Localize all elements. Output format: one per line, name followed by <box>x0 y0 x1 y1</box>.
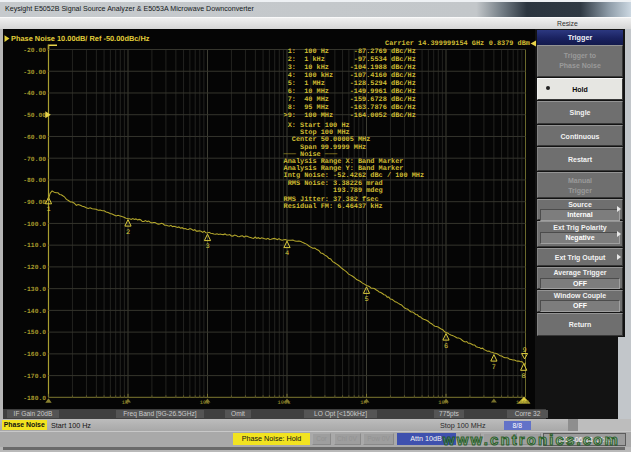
svg-text:7: 7 <box>492 364 496 372</box>
svg-text:-50.00: -50.00 <box>23 112 46 119</box>
svg-text:0.8379 dBm: 0.8379 dBm <box>489 40 530 48</box>
svg-text:100k: 100k <box>278 400 292 406</box>
svg-text:-30.00: -30.00 <box>23 69 46 76</box>
svg-text:-180.0: -180.0 <box>23 395 46 402</box>
svg-text:-20.00: -20.00 <box>23 47 46 54</box>
svg-text:-170.0: -170.0 <box>23 373 46 380</box>
svg-text:10M: 10M <box>438 400 448 406</box>
svg-text:-110.0: -110.0 <box>23 242 46 249</box>
svg-text:-120.0: -120.0 <box>23 264 46 271</box>
svg-text:3: 10 kHz -104.1988 dBc/H: 3: 10 kHz -104.1988 dBc/Hz <box>284 64 416 72</box>
svg-text:-100.0: -100.0 <box>23 221 46 228</box>
svg-text:3: 3 <box>205 243 209 251</box>
svg-text:-130.0: -130.0 <box>23 286 46 293</box>
svg-text:-60.00: -60.00 <box>23 134 46 141</box>
svg-text:100M: 100M <box>516 400 529 406</box>
svg-text:6: 6 <box>444 343 448 351</box>
svg-text:1M: 1M <box>360 400 366 406</box>
svg-text:4: 4 <box>285 250 289 258</box>
svg-text:1k: 1k <box>122 400 129 406</box>
svg-text:8: 95 MHz -163.7876 dBc/H: 8: 95 MHz -163.7876 dBc/Hz <box>284 104 416 112</box>
svg-text:-80.00: -80.00 <box>23 177 46 184</box>
svg-text:-70.00: -70.00 <box>23 156 46 163</box>
svg-text:-40.00: -40.00 <box>23 90 46 97</box>
svg-text:2: 1 kHz -97.5534 dBc/H: 2: 1 kHz -97.5534 dBc/Hz <box>284 56 416 64</box>
svg-text:Residual FM: 6.46437 kHz: Residual FM: 6.46437 kHz <box>284 203 383 211</box>
svg-text:-140.0: -140.0 <box>23 308 46 315</box>
svg-text:-160.0: -160.0 <box>23 351 46 358</box>
svg-text:4: 100 kHz -107.4160 dBc/H: 4: 100 kHz -107.4160 dBc/Hz <box>284 72 416 80</box>
svg-text:Phase Noise 10.00dB/ Ref -50.0: Phase Noise 10.00dB/ Ref -50.00dBc/Hz <box>11 34 150 43</box>
svg-text:-90.00: -90.00 <box>23 199 46 206</box>
svg-text:1: 1 <box>46 206 50 214</box>
svg-text:5: 5 <box>364 296 368 304</box>
svg-text:7: 40 MHz -159.6728 dBc/H: 7: 40 MHz -159.6728 dBc/Hz <box>284 96 416 104</box>
svg-text:193.789 mdeg: 193.789 mdeg <box>284 187 383 195</box>
svg-text:6: 10 MHz -149.9961 dBc/H: 6: 10 MHz -149.9961 dBc/Hz <box>284 88 416 96</box>
svg-text:-150.0: -150.0 <box>23 329 46 336</box>
svg-text:Carrier 14.399999154 GHz: Carrier 14.399999154 GHz <box>385 40 484 48</box>
svg-text:>9: 100 MHz -164.0052 dBc/: >9: 100 MHz -164.0052 dBc/Hz <box>284 112 416 120</box>
svg-text:1: 100 Hz -87.2769 dBc/H: 1: 100 Hz -87.2769 dBc/Hz <box>284 48 416 56</box>
svg-text:8: 8 <box>522 373 526 381</box>
svg-text:10k: 10k <box>200 400 210 406</box>
svg-text:5: 1 MHz -128.5294 dBc/H: 5: 1 MHz -128.5294 dBc/Hz <box>284 80 416 88</box>
svg-text:2: 2 <box>126 229 130 237</box>
